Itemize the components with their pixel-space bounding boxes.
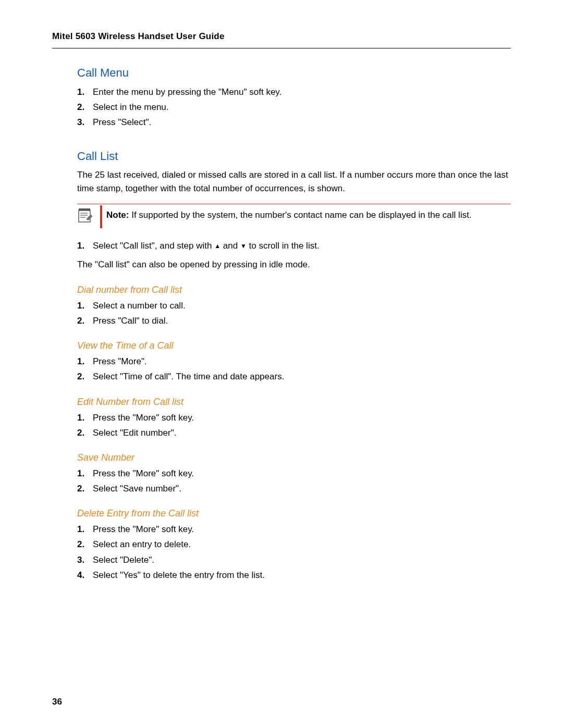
step-text: Press "More". [93,354,147,368]
triangle-down-icon: ▼ [240,241,247,251]
list-item: 1.Press the "More" soft key. [77,522,511,536]
step-number: 2. [77,426,93,440]
svg-rect-4 [79,208,90,211]
step-text: Select "Time of call". The time and date… [93,369,284,384]
step-text: Enter the menu by pressing the "Menu" so… [93,85,282,99]
list-item: 1.Press the "More" soft key. [77,411,511,425]
text-fragment: and [223,241,240,251]
step-text: Select "Delete". [93,553,154,567]
page-content: Call Menu 1.Enter the menu by pressing t… [77,66,511,582]
step-text: Select an entry to delete. [93,537,191,551]
note-bar [100,205,102,228]
page-number: 36 [52,697,62,707]
step-number: 1. [77,299,93,313]
running-header: Mitel 5603 Wireless Handset User Guide [52,31,511,48]
step-number: 1. [77,466,93,480]
step-text: Press the "More" soft key. [93,466,194,480]
text-fragment: to scroll in the list. [249,241,320,251]
subheading-save-number: Save Number [77,452,511,463]
list-item: 1.Press the "More" soft key. [77,466,511,480]
list-item: 1. Select "Call list", and step with ▲ a… [77,239,511,253]
list-item: 4.Select "Yes" to delete the entry from … [77,568,511,582]
heading-call-list: Call List [77,150,511,163]
steps-call-menu: 1.Enter the menu by pressing the "Menu" … [77,85,511,130]
page: Mitel 5603 Wireless Handset User Guide C… [0,0,563,728]
note-box: Note: If supported by the system, the nu… [77,204,511,228]
step-text: Press the "More" soft key. [93,411,194,425]
steps-edit-number: 1.Press the "More" soft key. 2.Select "E… [77,411,511,440]
text-fragment: Select "Call list", and step with [93,241,214,251]
step-number: 4. [77,568,93,582]
step-text: Select "Save number". [93,482,181,496]
list-item: 2.Select "Time of call". The time and da… [77,369,511,384]
step-number: 2. [77,482,93,496]
subheading-delete-entry: Delete Entry from the Call list [77,508,511,519]
paragraph-intro: The 25 last received, dialed or missed c… [77,168,511,196]
step-number: 1. [77,354,93,368]
step-text: Select "Yes" to delete the entry from th… [93,568,265,582]
list-item: 2.Select "Edit number". [77,426,511,440]
subheading-dial-number: Dial number from Call list [77,285,511,295]
step-number: 2. [77,314,93,328]
list-item: 3.Press "Select". [77,115,511,129]
step-text: Select a number to call. [93,299,186,313]
step-number: 2. [77,100,93,114]
heading-call-menu: Call Menu [77,66,511,80]
list-item: 1.Press "More". [77,354,511,368]
steps-save-number: 1.Press the "More" soft key. 2.Select "S… [77,466,511,496]
subheading-view-time: View the Time of a Call [77,340,511,351]
note-text: Note: If supported by the system, the nu… [106,205,472,225]
list-item: 3.Select "Delete". [77,553,511,567]
step-text: Press the "More" soft key. [93,522,194,536]
steps-dial-number: 1.Select a number to call. 2.Press "Call… [77,299,511,328]
step-number: 1. [77,85,93,99]
subheading-edit-number: Edit Number from Call list [77,397,511,408]
step-number: 1. [77,239,93,253]
steps-delete-entry: 1.Press the "More" soft key. 2.Select an… [77,522,511,582]
step-text: Select "Call list", and step with ▲ and … [93,239,320,253]
steps-view-time: 1.Press "More". 2.Select "Time of call".… [77,354,511,384]
step-number: 3. [77,553,93,567]
step-number: 2. [77,537,93,551]
note-body: If supported by the system, the number's… [129,210,471,220]
list-item: 2.Select in the menu. [77,100,511,114]
list-item: 2.Select "Save number". [77,482,511,496]
step-text: Select in the menu. [93,100,169,114]
step-text: Press "Select". [93,115,151,129]
list-item: 2.Press "Call" to dial. [77,314,511,328]
step-number: 2. [77,369,93,384]
step-text: Press "Call" to dial. [93,314,168,328]
step-number: 3. [77,115,93,129]
note-icon [77,207,96,226]
step-text: Select "Edit number". [93,426,176,440]
triangle-up-icon: ▲ [214,241,221,251]
list-item: 2.Select an entry to delete. [77,537,511,551]
steps-call-list: 1. Select "Call list", and step with ▲ a… [77,239,511,253]
step-number: 1. [77,522,93,536]
note-label: Note: [106,210,129,220]
paragraph-after: The "Call list" can also be opened by pr… [77,258,511,272]
list-item: 1.Enter the menu by pressing the "Menu" … [77,85,511,99]
step-number: 1. [77,411,93,425]
list-item: 1.Select a number to call. [77,299,511,313]
